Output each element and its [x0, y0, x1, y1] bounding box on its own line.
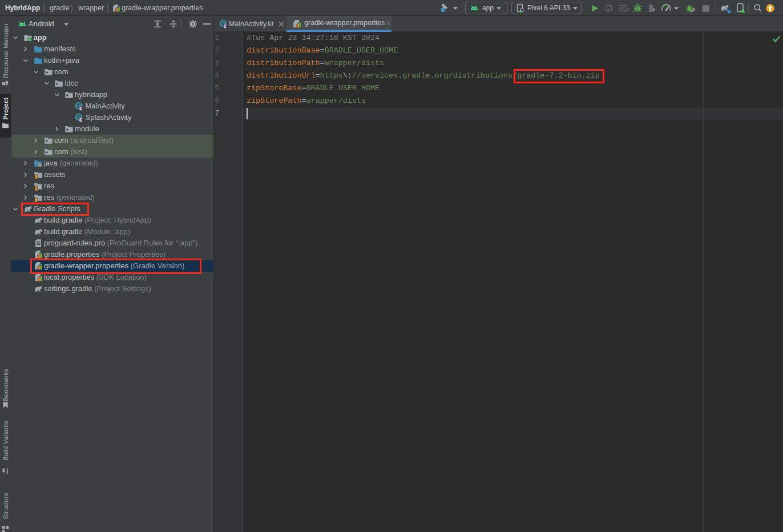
svg-text:A: A	[606, 7, 610, 13]
